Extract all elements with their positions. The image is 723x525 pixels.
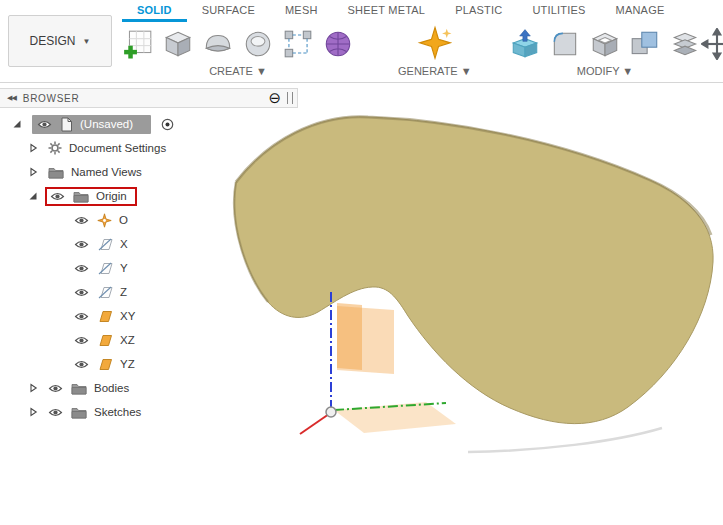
visibility-eye-icon[interactable] <box>74 359 89 370</box>
minimize-panel-icon[interactable]: ⊖ <box>268 91 281 105</box>
shell-icon[interactable] <box>585 24 625 64</box>
ribbon-toolbar: DESIGN ▼ SOLIDSURFACEMESHSHEET METALPLAS… <box>0 0 723 83</box>
expand-arrow-icon[interactable] <box>28 143 38 153</box>
plane-icon <box>97 358 113 371</box>
press-pull-icon[interactable] <box>505 24 545 64</box>
expand-arrow-icon[interactable] <box>28 383 38 393</box>
tree-item-xz[interactable]: XZ <box>0 328 298 352</box>
fillet-icon[interactable] <box>545 24 585 64</box>
plane-icon <box>97 334 113 347</box>
panel-resize-grip[interactable] <box>287 92 293 104</box>
combine-icon[interactable] <box>625 24 665 64</box>
tree-item-label: YZ <box>120 358 135 370</box>
tree-item-label: Z <box>120 286 127 298</box>
ribbon-group-create: CREATE ▼ <box>118 24 358 77</box>
box-icon[interactable] <box>158 24 198 64</box>
pattern-stack-icon[interactable] <box>665 24 705 64</box>
tree-item-label: X <box>120 238 128 250</box>
tree-item-named-views[interactable]: Named Views <box>0 160 298 184</box>
selected-row-highlight: (Unsaved) <box>32 115 151 134</box>
document-icon <box>60 117 73 132</box>
ribbon-group-generate: GENERATE ▼ <box>398 24 472 77</box>
collapse-arrow-icon[interactable] <box>28 191 38 201</box>
tree-item-label: O <box>119 214 128 226</box>
surface-body[interactable] <box>234 117 713 424</box>
pattern-icon[interactable] <box>278 24 318 64</box>
origin-point-handle[interactable] <box>326 407 336 417</box>
visibility-eye-icon[interactable] <box>48 407 63 418</box>
browser-header: ◀◀ BROWSER ⊖ <box>0 88 298 108</box>
plane-icon <box>97 310 113 323</box>
axis-icon <box>97 262 113 275</box>
activate-component-radio[interactable] <box>161 118 174 131</box>
tree-item-label: Document Settings <box>69 142 166 154</box>
tree-item-xy[interactable]: XY <box>0 304 298 328</box>
tree-item-sketches[interactable]: Sketches <box>0 400 298 424</box>
tree-item-label: Sketches <box>94 406 141 418</box>
ground-shadow <box>468 428 662 452</box>
origin-plane-xz[interactable] <box>337 306 394 374</box>
tree-item-document-settings[interactable]: Document Settings <box>0 136 298 160</box>
tree-item-z[interactable]: Z <box>0 280 298 304</box>
cylinder-icon[interactable] <box>238 24 278 64</box>
create-sketch-icon[interactable] <box>118 24 158 64</box>
group-dropdown-generate[interactable]: GENERATE ▼ <box>398 65 472 77</box>
visibility-eye-icon[interactable] <box>74 287 89 298</box>
ribbon-group-modify: MODIFY ▼ <box>505 24 705 77</box>
visibility-eye-icon[interactable] <box>74 215 89 226</box>
form-icon[interactable] <box>318 24 358 64</box>
visibility-eye-icon[interactable] <box>74 335 89 346</box>
folder-icon <box>71 406 87 419</box>
visibility-eye-icon[interactable] <box>74 239 89 250</box>
visibility-eye-icon[interactable] <box>74 263 89 274</box>
annotation-box: Origin <box>45 187 137 206</box>
generate-icon[interactable] <box>415 24 455 64</box>
folder-icon <box>73 190 89 203</box>
tree-item-o[interactable]: O <box>0 208 298 232</box>
browser-panel: ◀◀ BROWSER ⊖ (Unsaved)Document SettingsN… <box>0 88 298 424</box>
tree-item-label: XZ <box>120 334 135 346</box>
tree-item-label: Named Views <box>71 166 142 178</box>
origin-point-icon <box>97 213 112 228</box>
tree-item-label: XY <box>120 310 135 322</box>
tree-item-bodies[interactable]: Bodies <box>0 376 298 400</box>
axis-icon <box>97 286 113 299</box>
tree-item-y[interactable]: Y <box>0 256 298 280</box>
expand-arrow-icon[interactable] <box>28 167 38 177</box>
visibility-eye-icon[interactable] <box>48 383 63 394</box>
tree-item-yz[interactable]: YZ <box>0 352 298 376</box>
gear-icon <box>48 141 62 155</box>
tree-item-x[interactable]: X <box>0 232 298 256</box>
expand-arrow-icon[interactable] <box>28 407 38 417</box>
collapse-panel-icon[interactable]: ◀◀ <box>7 94 16 102</box>
folder-icon <box>71 382 87 395</box>
visibility-eye-icon[interactable] <box>50 191 65 202</box>
browser-tree: (Unsaved)Document SettingsNamed ViewsOri… <box>0 112 298 424</box>
visibility-eye-icon[interactable] <box>37 119 52 130</box>
move-icon[interactable] <box>701 28 723 64</box>
tree-item-origin[interactable]: Origin <box>0 184 298 208</box>
tree-item-label: Bodies <box>94 382 129 394</box>
browser-title: BROWSER <box>23 93 269 104</box>
folder-icon <box>48 166 64 179</box>
fusion360-window: DESIGN ▼ SOLIDSURFACEMESHSHEET METALPLAS… <box>0 0 723 525</box>
group-dropdown-create[interactable]: CREATE ▼ <box>209 65 267 77</box>
visibility-eye-icon[interactable] <box>74 311 89 322</box>
tree-item-label: (Unsaved) <box>80 118 133 130</box>
sweep-icon[interactable] <box>198 24 238 64</box>
collapse-arrow-icon[interactable] <box>12 119 22 129</box>
ribbon-groups: CREATE ▼GENERATE ▼MODIFY ▼ <box>0 0 723 60</box>
tree-item-label: Origin <box>96 190 127 202</box>
axis-icon <box>97 238 113 251</box>
group-dropdown-modify[interactable]: MODIFY ▼ <box>577 65 634 77</box>
x-axis[interactable] <box>300 414 329 434</box>
tree-item-unsaved[interactable]: (Unsaved) <box>0 112 298 136</box>
tree-item-label: Y <box>120 262 128 274</box>
